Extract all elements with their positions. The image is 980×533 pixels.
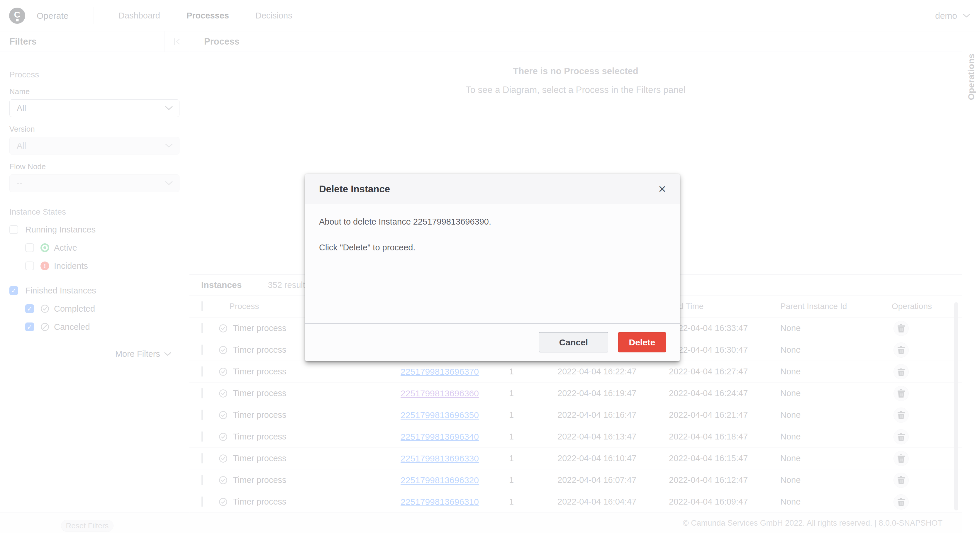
delete-button[interactable]: Delete: [618, 332, 666, 352]
modal-instruction: Click "Delete" to proceed.: [319, 242, 666, 253]
modal-message: About to delete Instance 225179981369639…: [319, 216, 666, 228]
cancel-button[interactable]: Cancel: [539, 332, 608, 352]
modal-title: Delete Instance: [305, 174, 680, 204]
close-icon[interactable]: ✕: [653, 174, 671, 204]
modal-footer: Cancel Delete: [305, 323, 680, 361]
delete-instance-modal: Delete Instance ✕ About to delete Instan…: [305, 174, 680, 361]
modal-body: About to delete Instance 225179981369639…: [305, 204, 680, 253]
modal-header: Delete Instance ✕: [305, 174, 680, 204]
modal-actions: Cancel Delete: [539, 332, 666, 352]
